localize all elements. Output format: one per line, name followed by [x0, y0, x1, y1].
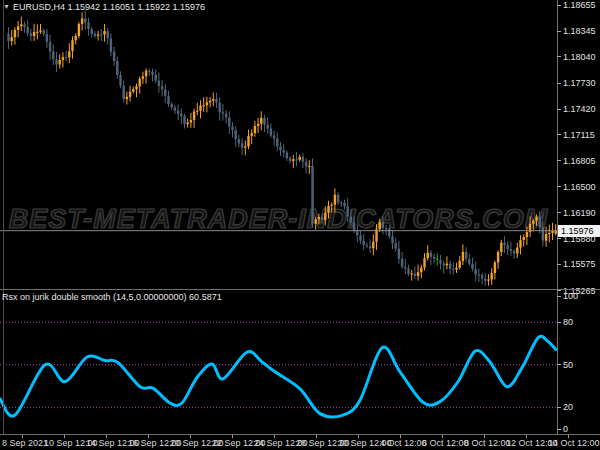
price-tick-label: 1.17420 [563, 104, 596, 114]
indicator-tick [557, 364, 561, 365]
price-tick [557, 134, 561, 135]
price-tick [557, 186, 561, 187]
price-tick-label: 1.15575 [563, 259, 596, 269]
price-tick [557, 238, 561, 239]
price-tick [557, 5, 561, 6]
price-tick [557, 160, 561, 161]
time-axis-separator [0, 434, 600, 435]
current-price-value: 1.15976 [561, 226, 594, 236]
indicator-tick [557, 296, 561, 297]
price-tick-label: 1.18655 [563, 0, 596, 10]
indicator-tick [557, 322, 561, 323]
main-price-chart[interactable] [0, 0, 557, 290]
chart-title-text: EURUSD,H4 1.15942 1.16051 1.15922 1.1597… [13, 2, 205, 12]
indicator-chart[interactable] [0, 291, 557, 434]
price-tick [557, 56, 561, 57]
indicator-tick [557, 429, 561, 430]
price-tick-label: 1.18040 [563, 52, 596, 62]
indicator-tick-label: 80 [563, 317, 573, 327]
time-tick-label: 4 Oct 12:00 [380, 438, 427, 448]
price-tick [557, 109, 561, 110]
time-tick-label: 14 Oct 12:00 [548, 438, 600, 448]
price-tick [557, 264, 561, 265]
price-tick-label: 1.17115 [563, 130, 595, 140]
indicator-window-splitter[interactable] [0, 289, 600, 290]
current-price-box: 1.15976 [558, 225, 600, 237]
price-tick [557, 212, 561, 213]
indicator-tick-label: 20 [563, 402, 573, 412]
indicator-axis[interactable]: 1008050200 [557, 291, 600, 434]
price-tick-label: 1.16190 [563, 208, 596, 218]
indicator-tick-label: 0 [563, 424, 568, 434]
price-tick [557, 83, 561, 84]
price-tick-label: 1.17730 [563, 78, 596, 88]
indicator-tick-label: 50 [563, 360, 573, 370]
indicator-tick [557, 407, 561, 408]
time-tick-label: 8 Oct 12:00 [464, 438, 511, 448]
time-axis[interactable]: 8 Sep 202110 Sep 12:0014 Sep 12:0016 Sep… [0, 435, 600, 450]
time-tick-label: 8 Sep 2021 [2, 438, 48, 448]
indicator-label: Rsx on jurik double smooth (14,5,0.00000… [2, 292, 222, 302]
mt4-chart-window: BEST-METATRADER-INDICATORS.COM ▼EURUSD,H… [0, 0, 600, 450]
price-tick-label: 1.16805 [563, 156, 596, 166]
price-tick [557, 31, 561, 32]
time-tick-label: 6 Oct 12:00 [422, 438, 469, 448]
chart-left-border [3, 0, 4, 434]
chart-shift-icon: ▼ [3, 3, 10, 10]
indicator-tick-label: 100 [563, 291, 578, 301]
chart-title: ▼EURUSD,H4 1.15942 1.16051 1.15922 1.159… [3, 2, 205, 12]
price-tick-label: 1.16500 [563, 182, 596, 192]
price-tick-label: 1.18345 [563, 26, 596, 36]
